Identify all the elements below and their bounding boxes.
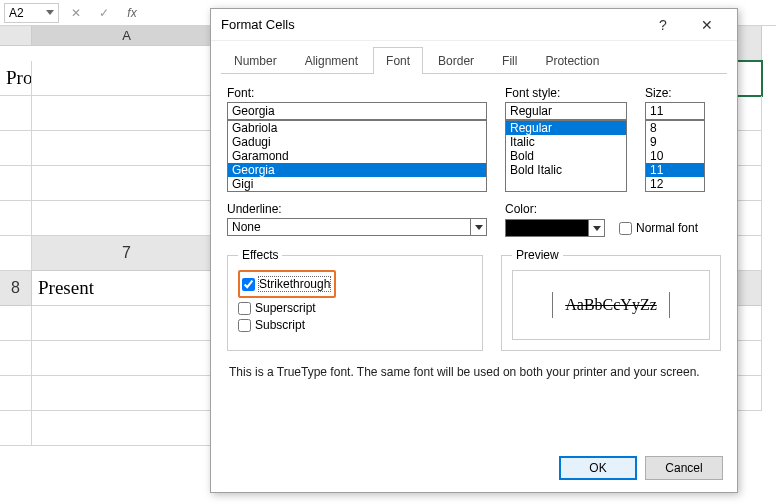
- font-option[interactable]: Gigi: [228, 177, 486, 191]
- cell-e4[interactable]: [32, 166, 222, 201]
- font-label: Font:: [227, 86, 487, 100]
- font-style-listbox[interactable]: Regular Italic Bold Bold Italic: [505, 120, 627, 192]
- ok-button[interactable]: OK: [559, 456, 637, 480]
- cell-a1[interactable]: Project steps: [0, 61, 32, 96]
- tab-alignment[interactable]: Alignment: [292, 47, 371, 74]
- normal-font-checkbox[interactable]: Normal font: [619, 221, 698, 235]
- style-option-selected[interactable]: Regular: [506, 121, 626, 135]
- color-dropdown-icon[interactable]: [589, 219, 605, 237]
- dialog-help-button[interactable]: ?: [643, 10, 683, 40]
- name-box-value: A2: [9, 6, 24, 20]
- size-listbox[interactable]: 8 9 10 11 12 14: [645, 120, 705, 192]
- color-picker[interactable]: [505, 219, 605, 237]
- size-option[interactable]: 9: [646, 135, 704, 149]
- dialog-title: Format Cells: [221, 17, 295, 32]
- size-input[interactable]: [645, 102, 705, 120]
- superscript-input[interactable]: [238, 302, 251, 315]
- cell-a9[interactable]: [0, 306, 32, 341]
- subscript-input[interactable]: [238, 319, 251, 332]
- effects-legend: Effects: [238, 248, 282, 262]
- style-option[interactable]: Bold Italic: [506, 163, 626, 177]
- font-pane: Font: Gabriola Gadugi Garamond Georgia G…: [211, 74, 737, 403]
- dialog-buttons: OK Cancel: [559, 456, 723, 480]
- cell-c10[interactable]: [32, 341, 222, 376]
- normal-font-label: Normal font: [636, 221, 698, 235]
- dialog-titlebar[interactable]: Format Cells ? ✕: [211, 9, 737, 41]
- cell-d3[interactable]: [32, 131, 222, 166]
- font-option-selected[interactable]: Georgia: [228, 163, 486, 177]
- size-option[interactable]: 14: [646, 191, 704, 192]
- cell-f5[interactable]: [32, 201, 222, 236]
- name-box-dropdown-icon[interactable]: [46, 10, 54, 15]
- enter-entry-icon: ✓: [93, 2, 115, 24]
- tab-border[interactable]: Border: [425, 47, 487, 74]
- subscript-label: Subscript: [255, 318, 305, 332]
- size-option[interactable]: 10: [646, 149, 704, 163]
- tab-font[interactable]: Font: [373, 47, 423, 74]
- preview-legend: Preview: [512, 248, 563, 262]
- truetype-note: This is a TrueType font. The same font w…: [229, 365, 719, 379]
- cell-f6[interactable]: [0, 236, 32, 271]
- tab-fill[interactable]: Fill: [489, 47, 530, 74]
- col-header-a[interactable]: A: [32, 26, 222, 46]
- font-option[interactable]: Gabriola: [228, 121, 486, 135]
- style-option[interactable]: Italic: [506, 135, 626, 149]
- cell-c3[interactable]: [0, 131, 32, 166]
- font-style-label: Font style:: [505, 86, 627, 100]
- underline-label: Underline:: [227, 202, 487, 216]
- font-option[interactable]: Garamond: [228, 149, 486, 163]
- style-option[interactable]: Bold: [506, 149, 626, 163]
- strikethrough-label: Strikethrough: [259, 277, 330, 291]
- effects-group: Effects Strikethrough Superscript Subscr…: [227, 248, 483, 351]
- underline-input[interactable]: [227, 218, 471, 236]
- font-option[interactable]: Gill Sans MT: [228, 191, 486, 192]
- superscript-label: Superscript: [255, 301, 316, 315]
- size-option[interactable]: 12: [646, 177, 704, 191]
- dialog-tabs: Number Alignment Font Border Fill Protec…: [211, 41, 737, 74]
- cancel-entry-icon: ✕: [65, 2, 87, 24]
- cell-d12[interactable]: [0, 411, 32, 446]
- cell-e5[interactable]: [0, 201, 32, 236]
- preview-sample: AaBbCcYyZz: [552, 292, 670, 318]
- cell-b10[interactable]: [0, 341, 32, 376]
- insert-function-icon[interactable]: fx: [121, 2, 143, 24]
- superscript-checkbox[interactable]: Superscript: [238, 301, 472, 315]
- select-all-cell[interactable]: [0, 26, 32, 46]
- font-input[interactable]: [227, 102, 487, 120]
- subscript-checkbox[interactable]: Subscript: [238, 318, 472, 332]
- color-swatch: [505, 219, 589, 237]
- underline-dropdown-icon[interactable]: [471, 218, 487, 236]
- font-option[interactable]: Gadugi: [228, 135, 486, 149]
- cell-b1[interactable]: [32, 61, 222, 96]
- color-label: Color:: [505, 202, 721, 216]
- cell-d11[interactable]: [32, 376, 222, 411]
- font-listbox[interactable]: Gabriola Gadugi Garamond Georgia Gigi Gi…: [227, 120, 487, 192]
- underline-combo[interactable]: [227, 218, 487, 236]
- tab-protection[interactable]: Protection: [532, 47, 612, 74]
- cell-b9[interactable]: [32, 306, 222, 341]
- normal-font-checkbox-input[interactable]: [619, 222, 632, 235]
- format-cells-dialog: Format Cells ? ✕ Number Alignment Font B…: [210, 8, 738, 493]
- cell-c2[interactable]: [32, 96, 222, 131]
- cell-c11[interactable]: [0, 376, 32, 411]
- dialog-close-button[interactable]: ✕: [687, 10, 727, 40]
- cell-e12[interactable]: [32, 411, 222, 446]
- tab-number[interactable]: Number: [221, 47, 290, 74]
- font-style-input[interactable]: [505, 102, 627, 120]
- size-option[interactable]: 8: [646, 121, 704, 135]
- strikethrough-input[interactable]: [242, 278, 255, 291]
- preview-box: AaBbCcYyZz: [512, 270, 710, 340]
- name-box[interactable]: A2: [4, 3, 59, 23]
- strikethrough-checkbox[interactable]: Strikethrough: [242, 277, 330, 291]
- cell-b2[interactable]: [0, 96, 32, 131]
- cell-d4[interactable]: [0, 166, 32, 201]
- cancel-button[interactable]: Cancel: [645, 456, 723, 480]
- size-label: Size:: [645, 86, 705, 100]
- row-header-8[interactable]: 8: [0, 271, 32, 306]
- row-header-7[interactable]: 7: [32, 236, 222, 271]
- size-option-selected[interactable]: 11: [646, 163, 704, 177]
- preview-group: Preview AaBbCcYyZz: [501, 248, 721, 351]
- cell-a8[interactable]: Present: [32, 271, 222, 306]
